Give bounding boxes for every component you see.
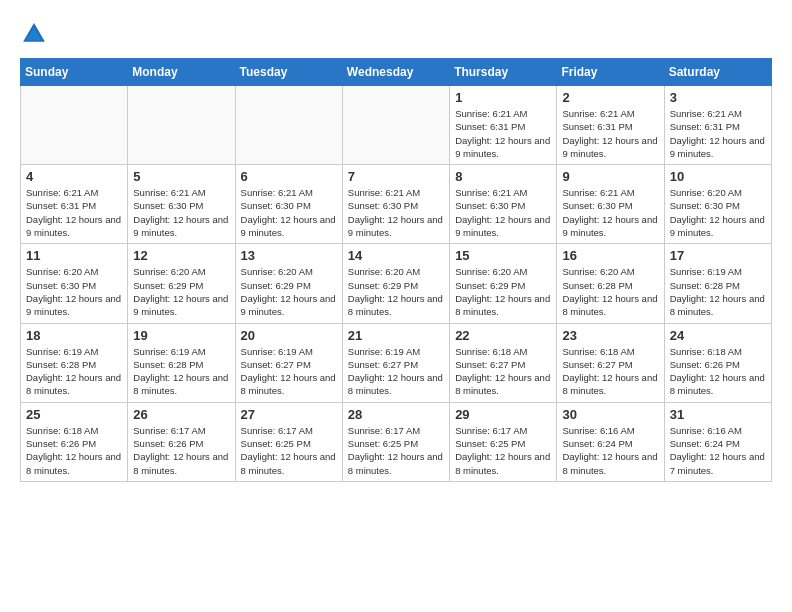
day-header-sunday: Sunday xyxy=(21,59,128,86)
calendar-cell: 24Sunrise: 6:18 AM Sunset: 6:26 PM Dayli… xyxy=(664,323,771,402)
logo xyxy=(20,20,52,48)
calendar-cell: 27Sunrise: 6:17 AM Sunset: 6:25 PM Dayli… xyxy=(235,402,342,481)
calendar-cell: 4Sunrise: 6:21 AM Sunset: 6:31 PM Daylig… xyxy=(21,165,128,244)
calendar-cell xyxy=(342,86,449,165)
week-row-4: 25Sunrise: 6:18 AM Sunset: 6:26 PM Dayli… xyxy=(21,402,772,481)
day-info: Sunrise: 6:20 AM Sunset: 6:29 PM Dayligh… xyxy=(133,265,229,318)
day-number: 25 xyxy=(26,407,122,422)
day-number: 28 xyxy=(348,407,444,422)
calendar-cell: 8Sunrise: 6:21 AM Sunset: 6:30 PM Daylig… xyxy=(450,165,557,244)
calendar-cell: 12Sunrise: 6:20 AM Sunset: 6:29 PM Dayli… xyxy=(128,244,235,323)
day-info: Sunrise: 6:21 AM Sunset: 6:31 PM Dayligh… xyxy=(26,186,122,239)
calendar-cell: 15Sunrise: 6:20 AM Sunset: 6:29 PM Dayli… xyxy=(450,244,557,323)
calendar-cell: 22Sunrise: 6:18 AM Sunset: 6:27 PM Dayli… xyxy=(450,323,557,402)
calendar-cell xyxy=(128,86,235,165)
day-info: Sunrise: 6:17 AM Sunset: 6:25 PM Dayligh… xyxy=(348,424,444,477)
day-info: Sunrise: 6:20 AM Sunset: 6:29 PM Dayligh… xyxy=(455,265,551,318)
logo-icon xyxy=(20,20,48,48)
day-number: 3 xyxy=(670,90,766,105)
day-number: 10 xyxy=(670,169,766,184)
day-number: 12 xyxy=(133,248,229,263)
day-info: Sunrise: 6:19 AM Sunset: 6:28 PM Dayligh… xyxy=(670,265,766,318)
day-info: Sunrise: 6:20 AM Sunset: 6:30 PM Dayligh… xyxy=(670,186,766,239)
day-info: Sunrise: 6:21 AM Sunset: 6:30 PM Dayligh… xyxy=(455,186,551,239)
calendar-cell xyxy=(21,86,128,165)
day-info: Sunrise: 6:17 AM Sunset: 6:26 PM Dayligh… xyxy=(133,424,229,477)
day-number: 29 xyxy=(455,407,551,422)
calendar-cell: 21Sunrise: 6:19 AM Sunset: 6:27 PM Dayli… xyxy=(342,323,449,402)
day-info: Sunrise: 6:18 AM Sunset: 6:27 PM Dayligh… xyxy=(455,345,551,398)
day-number: 7 xyxy=(348,169,444,184)
day-number: 8 xyxy=(455,169,551,184)
calendar-cell: 9Sunrise: 6:21 AM Sunset: 6:30 PM Daylig… xyxy=(557,165,664,244)
calendar-cell: 16Sunrise: 6:20 AM Sunset: 6:28 PM Dayli… xyxy=(557,244,664,323)
day-info: Sunrise: 6:19 AM Sunset: 6:28 PM Dayligh… xyxy=(26,345,122,398)
calendar-cell: 17Sunrise: 6:19 AM Sunset: 6:28 PM Dayli… xyxy=(664,244,771,323)
day-info: Sunrise: 6:19 AM Sunset: 6:27 PM Dayligh… xyxy=(348,345,444,398)
day-number: 17 xyxy=(670,248,766,263)
calendar-cell: 25Sunrise: 6:18 AM Sunset: 6:26 PM Dayli… xyxy=(21,402,128,481)
day-info: Sunrise: 6:20 AM Sunset: 6:28 PM Dayligh… xyxy=(562,265,658,318)
day-header-wednesday: Wednesday xyxy=(342,59,449,86)
day-info: Sunrise: 6:21 AM Sunset: 6:30 PM Dayligh… xyxy=(348,186,444,239)
day-number: 1 xyxy=(455,90,551,105)
day-number: 31 xyxy=(670,407,766,422)
day-info: Sunrise: 6:19 AM Sunset: 6:28 PM Dayligh… xyxy=(133,345,229,398)
calendar-cell: 1Sunrise: 6:21 AM Sunset: 6:31 PM Daylig… xyxy=(450,86,557,165)
day-header-monday: Monday xyxy=(128,59,235,86)
calendar-cell xyxy=(235,86,342,165)
calendar-cell: 18Sunrise: 6:19 AM Sunset: 6:28 PM Dayli… xyxy=(21,323,128,402)
day-info: Sunrise: 6:17 AM Sunset: 6:25 PM Dayligh… xyxy=(455,424,551,477)
day-number: 22 xyxy=(455,328,551,343)
day-header-thursday: Thursday xyxy=(450,59,557,86)
week-row-0: 1Sunrise: 6:21 AM Sunset: 6:31 PM Daylig… xyxy=(21,86,772,165)
day-number: 18 xyxy=(26,328,122,343)
day-info: Sunrise: 6:17 AM Sunset: 6:25 PM Dayligh… xyxy=(241,424,337,477)
calendar-cell: 13Sunrise: 6:20 AM Sunset: 6:29 PM Dayli… xyxy=(235,244,342,323)
day-info: Sunrise: 6:21 AM Sunset: 6:30 PM Dayligh… xyxy=(241,186,337,239)
day-number: 5 xyxy=(133,169,229,184)
day-info: Sunrise: 6:21 AM Sunset: 6:31 PM Dayligh… xyxy=(455,107,551,160)
calendar-cell: 10Sunrise: 6:20 AM Sunset: 6:30 PM Dayli… xyxy=(664,165,771,244)
calendar-cell: 30Sunrise: 6:16 AM Sunset: 6:24 PM Dayli… xyxy=(557,402,664,481)
day-number: 6 xyxy=(241,169,337,184)
day-info: Sunrise: 6:20 AM Sunset: 6:30 PM Dayligh… xyxy=(26,265,122,318)
week-row-1: 4Sunrise: 6:21 AM Sunset: 6:31 PM Daylig… xyxy=(21,165,772,244)
calendar-cell: 2Sunrise: 6:21 AM Sunset: 6:31 PM Daylig… xyxy=(557,86,664,165)
day-info: Sunrise: 6:18 AM Sunset: 6:26 PM Dayligh… xyxy=(670,345,766,398)
day-number: 26 xyxy=(133,407,229,422)
day-info: Sunrise: 6:16 AM Sunset: 6:24 PM Dayligh… xyxy=(670,424,766,477)
day-header-saturday: Saturday xyxy=(664,59,771,86)
day-header-tuesday: Tuesday xyxy=(235,59,342,86)
calendar-cell: 23Sunrise: 6:18 AM Sunset: 6:27 PM Dayli… xyxy=(557,323,664,402)
day-number: 27 xyxy=(241,407,337,422)
calendar-cell: 20Sunrise: 6:19 AM Sunset: 6:27 PM Dayli… xyxy=(235,323,342,402)
calendar-cell: 11Sunrise: 6:20 AM Sunset: 6:30 PM Dayli… xyxy=(21,244,128,323)
day-number: 16 xyxy=(562,248,658,263)
day-number: 30 xyxy=(562,407,658,422)
day-info: Sunrise: 6:18 AM Sunset: 6:27 PM Dayligh… xyxy=(562,345,658,398)
day-number: 24 xyxy=(670,328,766,343)
day-info: Sunrise: 6:21 AM Sunset: 6:30 PM Dayligh… xyxy=(133,186,229,239)
week-row-2: 11Sunrise: 6:20 AM Sunset: 6:30 PM Dayli… xyxy=(21,244,772,323)
calendar-cell: 26Sunrise: 6:17 AM Sunset: 6:26 PM Dayli… xyxy=(128,402,235,481)
day-number: 23 xyxy=(562,328,658,343)
calendar-cell: 6Sunrise: 6:21 AM Sunset: 6:30 PM Daylig… xyxy=(235,165,342,244)
day-number: 9 xyxy=(562,169,658,184)
calendar-cell: 5Sunrise: 6:21 AM Sunset: 6:30 PM Daylig… xyxy=(128,165,235,244)
day-number: 13 xyxy=(241,248,337,263)
day-number: 11 xyxy=(26,248,122,263)
calendar-cell: 28Sunrise: 6:17 AM Sunset: 6:25 PM Dayli… xyxy=(342,402,449,481)
calendar-cell: 19Sunrise: 6:19 AM Sunset: 6:28 PM Dayli… xyxy=(128,323,235,402)
page-header xyxy=(20,20,772,48)
day-header-friday: Friday xyxy=(557,59,664,86)
day-info: Sunrise: 6:20 AM Sunset: 6:29 PM Dayligh… xyxy=(348,265,444,318)
calendar-cell: 7Sunrise: 6:21 AM Sunset: 6:30 PM Daylig… xyxy=(342,165,449,244)
day-info: Sunrise: 6:20 AM Sunset: 6:29 PM Dayligh… xyxy=(241,265,337,318)
day-info: Sunrise: 6:16 AM Sunset: 6:24 PM Dayligh… xyxy=(562,424,658,477)
calendar-cell: 31Sunrise: 6:16 AM Sunset: 6:24 PM Dayli… xyxy=(664,402,771,481)
calendar-cell: 29Sunrise: 6:17 AM Sunset: 6:25 PM Dayli… xyxy=(450,402,557,481)
calendar-table: SundayMondayTuesdayWednesdayThursdayFrid… xyxy=(20,58,772,482)
day-number: 21 xyxy=(348,328,444,343)
day-number: 19 xyxy=(133,328,229,343)
